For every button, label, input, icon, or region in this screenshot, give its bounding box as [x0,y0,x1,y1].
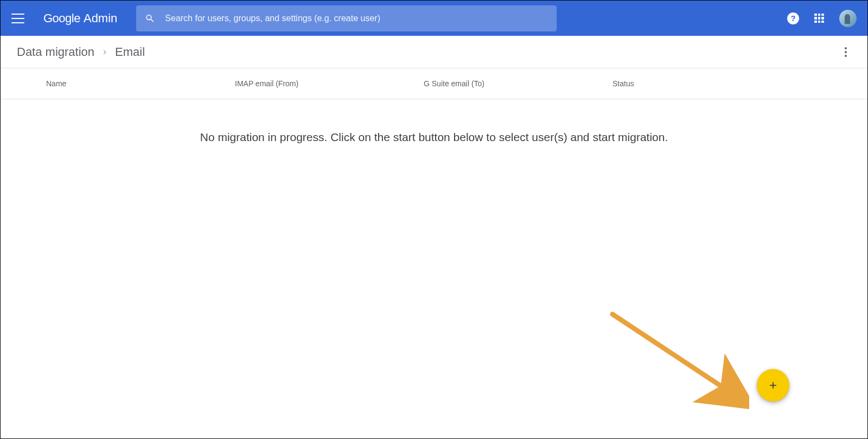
avatar[interactable] [839,10,857,27]
column-from: IMAP email (From) [235,79,424,88]
column-to: G Suite email (To) [424,79,612,88]
column-name: Name [46,79,235,88]
search-box[interactable] [136,5,557,31]
search-icon [145,13,155,24]
apps-icon[interactable] [814,14,824,23]
app-header: Google Admin ? [1,1,867,36]
search-input[interactable] [165,14,548,23]
more-vert-icon[interactable] [840,43,851,61]
table-header: Name IMAP email (From) G Suite email (To… [1,68,867,99]
arrow-annotation [608,310,749,413]
menu-icon[interactable] [11,12,24,25]
empty-state-message: No migration in progress. Click on the s… [1,99,867,144]
chevron-right-icon: › [103,46,106,58]
header-actions: ? [787,10,857,27]
logo-brand: Google [43,11,80,26]
breadcrumb: Data migration › Email [1,36,867,68]
add-fab-button[interactable]: + [757,369,789,402]
column-status: Status [612,79,634,88]
breadcrumb-current: Email [115,45,145,59]
breadcrumb-parent[interactable]: Data migration [17,45,94,59]
svg-line-0 [612,314,733,394]
logo-product: Admin [84,11,117,26]
plus-icon: + [769,378,777,393]
logo[interactable]: Google Admin [43,11,117,26]
help-icon[interactable]: ? [787,12,799,24]
